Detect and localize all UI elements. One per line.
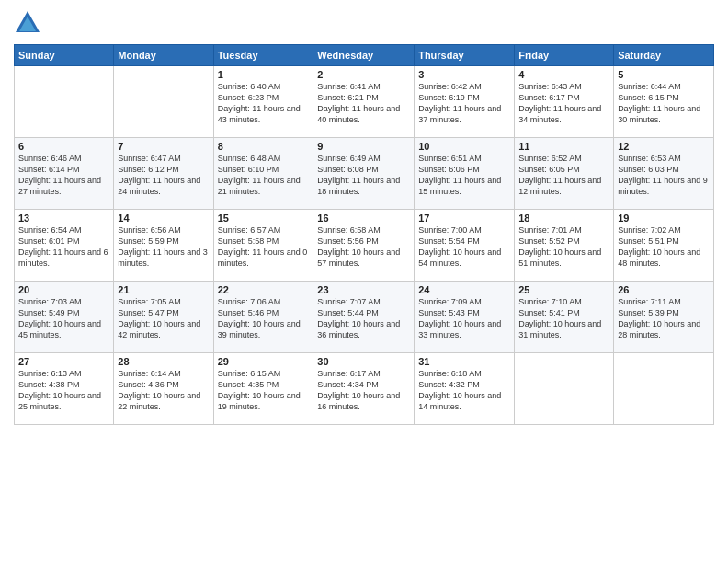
day-info: Sunrise: 6:57 AM Sunset: 5:58 PM Dayligh… [218,224,310,270]
weekday-header-saturday: Saturday [614,45,714,66]
day-info: Sunrise: 6:15 AM Sunset: 4:35 PM Dayligh… [218,368,310,413]
day-info: Sunrise: 6:17 AM Sunset: 4:34 PM Dayligh… [317,368,410,413]
day-number: 23 [317,284,410,295]
weekday-header-wednesday: Wednesday [313,45,415,66]
day-info: Sunrise: 7:10 AM Sunset: 5:41 PM Dayligh… [518,296,609,341]
week-row-1: 6Sunrise: 6:46 AM Sunset: 6:14 PM Daylig… [15,138,714,210]
calendar-cell: 27Sunrise: 6:13 AM Sunset: 4:38 PM Dayli… [15,353,114,425]
calendar-cell: 10Sunrise: 6:51 AM Sunset: 6:06 PM Dayli… [415,138,515,210]
weekday-header-friday: Friday [515,45,614,66]
calendar-header: SundayMondayTuesdayWednesdayThursdayFrid… [15,45,714,66]
calendar-cell: 19Sunrise: 7:02 AM Sunset: 5:51 PM Dayli… [614,210,714,282]
day-number: 24 [418,284,510,295]
calendar-cell: 4Sunrise: 6:43 AM Sunset: 6:17 PM Daylig… [515,66,614,138]
day-number: 16 [317,213,410,224]
calendar-cell: 7Sunrise: 6:47 AM Sunset: 6:12 PM Daylig… [114,138,213,210]
calendar-cell: 18Sunrise: 7:01 AM Sunset: 5:52 PM Dayli… [515,210,614,282]
day-info: Sunrise: 6:47 AM Sunset: 6:12 PM Dayligh… [118,153,209,198]
calendar-cell: 15Sunrise: 6:57 AM Sunset: 5:58 PM Dayli… [213,210,313,282]
day-number: 17 [418,213,510,224]
page: SundayMondayTuesdayWednesdayThursdayFrid… [0,0,728,563]
day-number: 8 [218,141,310,152]
week-row-0: 1Sunrise: 6:40 AM Sunset: 6:23 PM Daylig… [15,66,714,138]
day-number: 27 [18,356,109,367]
day-number: 26 [618,284,710,295]
calendar-table: SundayMondayTuesdayWednesdayThursdayFrid… [14,44,714,425]
weekday-row: SundayMondayTuesdayWednesdayThursdayFrid… [15,45,714,66]
day-number: 31 [418,356,510,367]
calendar-cell: 17Sunrise: 7:00 AM Sunset: 5:54 PM Dayli… [415,210,515,282]
calendar-cell: 16Sunrise: 6:58 AM Sunset: 5:56 PM Dayli… [313,210,415,282]
day-number: 11 [518,141,609,152]
day-info: Sunrise: 6:44 AM Sunset: 6:15 PM Dayligh… [618,81,710,126]
calendar-cell: 23Sunrise: 7:07 AM Sunset: 5:44 PM Dayli… [313,282,415,353]
calendar-cell: 13Sunrise: 6:54 AM Sunset: 6:01 PM Dayli… [15,210,114,282]
calendar-cell: 25Sunrise: 7:10 AM Sunset: 5:41 PM Dayli… [515,282,614,353]
calendar-cell [614,353,714,425]
day-info: Sunrise: 6:41 AM Sunset: 6:21 PM Dayligh… [317,81,410,126]
calendar-cell [15,66,114,138]
day-info: Sunrise: 6:42 AM Sunset: 6:19 PM Dayligh… [418,81,510,126]
calendar-cell: 1Sunrise: 6:40 AM Sunset: 6:23 PM Daylig… [213,66,313,138]
day-info: Sunrise: 7:06 AM Sunset: 5:46 PM Dayligh… [218,296,310,341]
day-info: Sunrise: 6:53 AM Sunset: 6:03 PM Dayligh… [618,153,710,198]
day-info: Sunrise: 7:00 AM Sunset: 5:54 PM Dayligh… [418,224,510,270]
day-info: Sunrise: 6:48 AM Sunset: 6:10 PM Dayligh… [218,153,310,198]
day-info: Sunrise: 6:51 AM Sunset: 6:06 PM Dayligh… [418,153,510,198]
day-info: Sunrise: 6:56 AM Sunset: 5:59 PM Dayligh… [118,224,209,270]
calendar-cell: 6Sunrise: 6:46 AM Sunset: 6:14 PM Daylig… [15,138,114,210]
day-number: 4 [518,69,609,80]
calendar-cell: 5Sunrise: 6:44 AM Sunset: 6:15 PM Daylig… [614,66,714,138]
day-number: 6 [18,141,109,152]
day-number: 14 [118,213,209,224]
day-info: Sunrise: 6:18 AM Sunset: 4:32 PM Dayligh… [418,368,510,413]
calendar-cell: 30Sunrise: 6:17 AM Sunset: 4:34 PM Dayli… [313,353,415,425]
day-number: 28 [118,356,209,367]
calendar-cell: 11Sunrise: 6:52 AM Sunset: 6:05 PM Dayli… [515,138,614,210]
day-info: Sunrise: 7:03 AM Sunset: 5:49 PM Dayligh… [18,296,109,341]
day-info: Sunrise: 6:40 AM Sunset: 6:23 PM Dayligh… [218,81,310,126]
calendar-body: 1Sunrise: 6:40 AM Sunset: 6:23 PM Daylig… [15,66,714,425]
weekday-header-tuesday: Tuesday [213,45,313,66]
day-number: 19 [618,213,710,224]
calendar-cell: 3Sunrise: 6:42 AM Sunset: 6:19 PM Daylig… [415,66,515,138]
header [14,9,714,37]
day-number: 9 [317,141,410,152]
calendar-cell: 31Sunrise: 6:18 AM Sunset: 4:32 PM Dayli… [415,353,515,425]
day-info: Sunrise: 6:43 AM Sunset: 6:17 PM Dayligh… [518,81,609,126]
day-info: Sunrise: 6:58 AM Sunset: 5:56 PM Dayligh… [317,224,410,270]
day-info: Sunrise: 7:09 AM Sunset: 5:43 PM Dayligh… [418,296,510,341]
day-number: 22 [218,284,310,295]
day-number: 15 [218,213,310,224]
calendar-cell: 22Sunrise: 7:06 AM Sunset: 5:46 PM Dayli… [213,282,313,353]
week-row-3: 20Sunrise: 7:03 AM Sunset: 5:49 PM Dayli… [15,282,714,353]
weekday-header-monday: Monday [114,45,213,66]
calendar-cell [515,353,614,425]
calendar-cell: 21Sunrise: 7:05 AM Sunset: 5:47 PM Dayli… [114,282,213,353]
day-info: Sunrise: 6:54 AM Sunset: 6:01 PM Dayligh… [18,224,109,270]
day-number: 13 [18,213,109,224]
week-row-4: 27Sunrise: 6:13 AM Sunset: 4:38 PM Dayli… [15,353,714,425]
calendar-cell: 8Sunrise: 6:48 AM Sunset: 6:10 PM Daylig… [213,138,313,210]
day-info: Sunrise: 6:52 AM Sunset: 6:05 PM Dayligh… [518,153,609,198]
calendar-cell: 12Sunrise: 6:53 AM Sunset: 6:03 PM Dayli… [614,138,714,210]
day-number: 30 [317,356,410,367]
week-row-2: 13Sunrise: 6:54 AM Sunset: 6:01 PM Dayli… [15,210,714,282]
day-number: 20 [18,284,109,295]
day-info: Sunrise: 6:14 AM Sunset: 4:36 PM Dayligh… [118,368,209,413]
calendar-cell: 28Sunrise: 6:14 AM Sunset: 4:36 PM Dayli… [114,353,213,425]
day-info: Sunrise: 6:46 AM Sunset: 6:14 PM Dayligh… [18,153,109,198]
calendar-cell: 20Sunrise: 7:03 AM Sunset: 5:49 PM Dayli… [15,282,114,353]
day-info: Sunrise: 7:02 AM Sunset: 5:51 PM Dayligh… [618,224,710,270]
day-number: 5 [618,69,710,80]
day-number: 10 [418,141,510,152]
day-number: 12 [618,141,710,152]
day-info: Sunrise: 6:49 AM Sunset: 6:08 PM Dayligh… [317,153,410,198]
calendar-cell [114,66,213,138]
day-number: 18 [518,213,609,224]
calendar-cell: 14Sunrise: 6:56 AM Sunset: 5:59 PM Dayli… [114,210,213,282]
logo-icon [14,9,41,37]
weekday-header-sunday: Sunday [15,45,114,66]
day-info: Sunrise: 7:05 AM Sunset: 5:47 PM Dayligh… [118,296,209,341]
weekday-header-thursday: Thursday [415,45,515,66]
